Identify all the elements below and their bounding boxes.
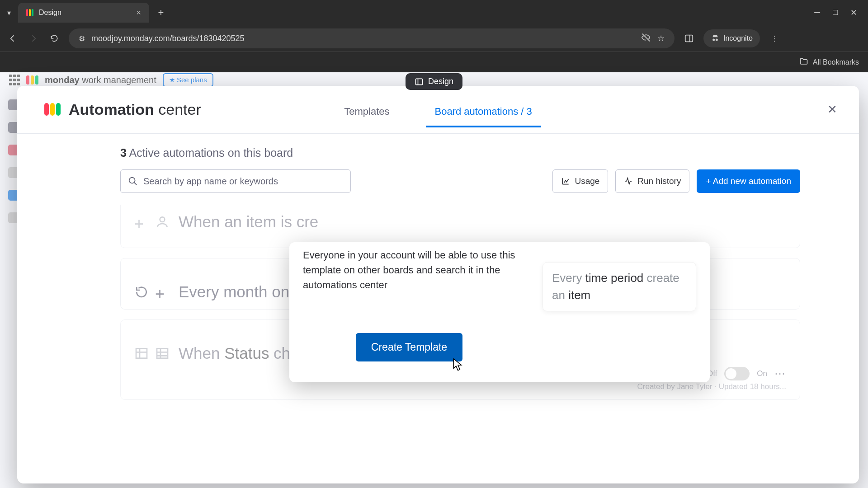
page-chip-label: Design <box>428 77 453 86</box>
svg-point-2 <box>129 178 135 183</box>
url-text: moodjoy.monday.com/boards/1830420525 <box>91 34 245 43</box>
usage-label: Usage <box>575 176 599 186</box>
template-preview-card: Every time period create an item <box>542 262 696 311</box>
eye-off-icon[interactable] <box>641 33 651 45</box>
incognito-label: Incognito <box>723 34 753 42</box>
back-icon[interactable] <box>6 32 19 45</box>
reload-icon[interactable] <box>48 32 61 45</box>
tab-templates[interactable]: Templates <box>335 99 398 126</box>
svg-rect-4 <box>136 348 147 358</box>
popover-description: Everyone in your account will be able to… <box>303 248 515 292</box>
person-icon <box>155 215 170 229</box>
page-chip: Design <box>406 73 462 90</box>
all-bookmarks-link[interactable]: All Bookmarks <box>813 58 859 66</box>
recurring-icon <box>134 285 149 299</box>
monday-logo-icon <box>26 75 38 84</box>
toggle-on-label: On <box>757 369 767 378</box>
automation-toggle[interactable] <box>724 367 750 380</box>
see-plans-button[interactable]: ★ See plans <box>163 73 213 87</box>
svg-rect-0 <box>685 35 693 42</box>
close-window-icon[interactable]: ✕ <box>850 8 857 18</box>
more-icon[interactable]: ⋯ <box>774 367 786 380</box>
cursor-icon <box>452 358 464 374</box>
svg-rect-1 <box>415 79 422 84</box>
card-meta: Created by Jane Tyler · Updated 18 hours… <box>134 382 786 391</box>
run-history-button[interactable]: Run history <box>615 169 689 193</box>
list-icon <box>155 346 170 361</box>
incognito-icon <box>711 33 720 44</box>
url-bar[interactable]: ⚙ moodjoy.monday.com/boards/1830420525 ☆ <box>69 28 675 48</box>
forward-icon[interactable] <box>27 32 40 45</box>
favicon-icon <box>26 9 33 16</box>
automation-card[interactable]: + When an item is cre <box>120 205 800 248</box>
tab-title: Design <box>39 9 61 17</box>
active-automations-count: 3 Active automations on this board <box>120 146 809 160</box>
new-tab-button[interactable]: + <box>153 5 169 21</box>
tab-dropdown-icon[interactable]: ▾ <box>4 7 14 18</box>
create-template-button[interactable]: Create Template <box>356 333 462 361</box>
board-icon <box>134 346 149 361</box>
maximize-icon[interactable]: □ <box>833 8 838 18</box>
create-template-popover: Everyone in your account will be able to… <box>289 242 710 382</box>
plus-icon: + <box>134 215 149 229</box>
minimize-icon[interactable]: ─ <box>814 8 820 18</box>
incognito-chip[interactable]: Incognito <box>703 29 760 47</box>
brand-text: monday work management <box>45 75 156 85</box>
folder-icon <box>799 57 808 68</box>
browser-tab[interactable]: Design × <box>18 3 149 23</box>
apps-grid-icon[interactable] <box>9 75 20 85</box>
search-placeholder: Search by app name or keywords <box>143 176 278 187</box>
plus-icon: + <box>155 285 170 299</box>
panel-icon <box>415 77 424 86</box>
run-history-label: Run history <box>637 176 681 186</box>
tab-board-automations[interactable]: Board automations / 3 <box>426 99 541 127</box>
bookmark-star-icon[interactable]: ☆ <box>657 33 665 43</box>
side-panel-icon[interactable] <box>683 32 695 45</box>
chart-icon <box>561 177 570 186</box>
tab-close-icon[interactable]: × <box>136 8 141 18</box>
automation-text: When an item is cre <box>179 213 318 231</box>
svg-point-3 <box>160 217 165 222</box>
search-input[interactable]: Search by app name or keywords <box>120 169 351 193</box>
search-icon <box>128 176 138 186</box>
svg-rect-5 <box>157 348 168 358</box>
site-settings-icon[interactable]: ⚙ <box>79 34 85 43</box>
template-preview-text: Every time period create an item <box>552 270 687 304</box>
usage-button[interactable]: Usage <box>552 169 608 193</box>
add-automation-button[interactable]: + Add new automation <box>697 169 800 193</box>
activity-icon <box>624 177 633 186</box>
browser-menu-icon[interactable]: ⋮ <box>768 32 781 45</box>
